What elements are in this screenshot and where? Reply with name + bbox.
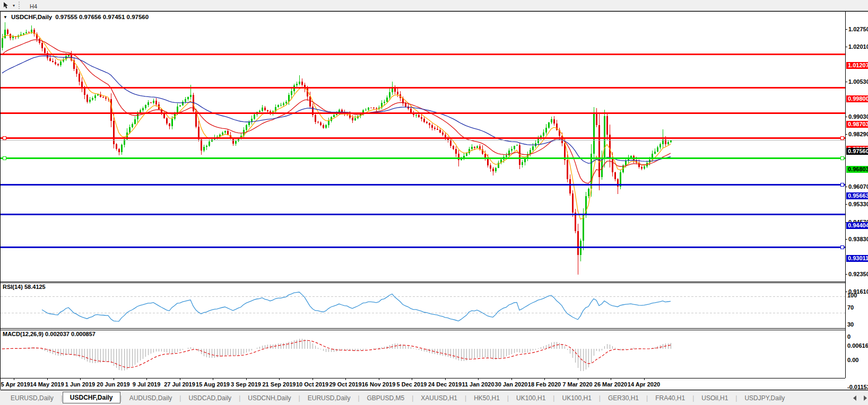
date-tickmark: [511, 378, 512, 380]
panel-divider[interactable]: [1, 283, 845, 283]
macd-axis-label: 0.00: [847, 357, 858, 363]
date-tickmark: [412, 378, 412, 380]
chart-tab-eurusd-daily[interactable]: EURUSD,Daily: [300, 392, 358, 404]
date-tickmark: [146, 378, 147, 380]
price-tick-label: 0.93830: [848, 236, 868, 243]
ma-slow-line: [2, 56, 671, 163]
symbol-label: USDCHF,Daily: [11, 14, 52, 20]
price-tickmark: [845, 82, 847, 82]
main-chart-canvas[interactable]: [1, 12, 845, 281]
date-tickmark: [47, 378, 48, 380]
price-tick-label: 0.99030: [848, 113, 868, 120]
dropdown-caret-icon[interactable]: ▾: [11, 3, 17, 8]
rsi-name: RSI(14): [3, 284, 23, 290]
price-tickmark: [845, 134, 847, 135]
horizontal-level-lines[interactable]: [1, 55, 845, 248]
price-tick-label: 1.02750: [848, 26, 868, 33]
candles: [2, 22, 672, 275]
panel-divider[interactable]: [1, 281, 845, 282]
date-tickmark: [379, 378, 379, 380]
date-tickmark: [14, 378, 14, 380]
date-tickmark: [114, 378, 114, 380]
date-tickmark: [279, 378, 280, 380]
date-tickmark: [345, 378, 346, 380]
chart-tab-xauusd-h1[interactable]: XAUUSD,H1: [413, 392, 465, 404]
cursor-tool-button[interactable]: [1, 1, 11, 10]
price-tick-label: 0.92350: [848, 271, 868, 278]
date-tickmark: [246, 378, 247, 380]
price-tick-label: 1.00530: [848, 78, 868, 85]
macd-axis-label: -0.011533: [847, 384, 868, 390]
chart-tab-usdcad-daily[interactable]: USDCAD,Daily: [181, 392, 239, 404]
mt4-terminal: ▾ M1M5M15M30H1H4D1W1MN ▼ USDCHF,Daily 0.…: [0, 0, 868, 405]
macd-indicator-label: MACD(12,26,9) 0.002037 0.000857: [3, 331, 96, 337]
rsi-axis-label: 0: [847, 333, 850, 340]
price-tickmark: [845, 29, 847, 30]
chart-tab-ger30-h1[interactable]: GER30,H1: [601, 392, 646, 404]
macd-signal-line: [2, 340, 671, 367]
level-price-label[interactable]: 0.96803: [846, 166, 868, 173]
price-tick-label: 0.95330: [848, 201, 868, 208]
level-handles[interactable]: [3, 136, 844, 249]
chart-tab-uk100-h1[interactable]: UK100,H1: [554, 392, 598, 404]
date-tickmark: [578, 378, 578, 380]
chart-tab-usdchf-daily[interactable]: USDCHF,Daily: [63, 392, 120, 403]
price-tick-label: 0.96070: [848, 183, 868, 190]
tab-scroll-left-icon[interactable]: [853, 395, 856, 401]
macd-histogram: [3, 339, 671, 371]
level-price-label[interactable]: 0.93011: [846, 255, 868, 262]
ohlc-values: 0.97555 0.97656 0.97451 0.97560: [55, 14, 149, 20]
toolbar: ▾ M1M5M15M30H1H4D1W1MN: [0, 0, 868, 11]
date-tickmark: [313, 378, 313, 380]
rsi-axis-label: 100: [847, 292, 857, 298]
date-tickmark: [180, 378, 180, 380]
chart-tab-eurusd-daily[interactable]: EURUSD,Daily: [3, 392, 61, 404]
panel-divider[interactable]: [1, 328, 845, 329]
tf-button-h4[interactable]: H4: [25, 2, 46, 11]
rsi-axis-label: 70: [847, 304, 854, 311]
date-tickmark: [478, 378, 479, 380]
macd-name: MACD(12,26,9): [3, 331, 44, 337]
chart-tab-hk50-h1[interactable]: HK50,H1: [466, 392, 507, 404]
price-tickmark: [845, 117, 847, 117]
chart-tab-usdjpy-daily[interactable]: USDJPY,Daily: [737, 392, 792, 404]
panel-divider[interactable]: [1, 330, 845, 330]
price-tickmark: [845, 239, 847, 240]
date-label: 14 Apr 2020: [620, 381, 668, 388]
rsi-indicator-label: RSI(14) 58.4125: [3, 284, 46, 290]
level-price-label[interactable]: 0.94404: [846, 222, 868, 229]
date-tickmark: [213, 378, 213, 380]
level-price-label[interactable]: 1.01207: [846, 62, 868, 69]
rsi-canvas[interactable]: [1, 283, 845, 328]
toolbar-grip: [19, 2, 22, 9]
panel-border: [1, 378, 845, 378]
level-price-label[interactable]: 0.99800: [846, 95, 868, 102]
chart-tab-gbpusd-m5[interactable]: GBPUSD,M5: [360, 392, 412, 404]
macd-values: 0.002037 0.000857: [45, 331, 96, 337]
date-tickmark: [445, 378, 446, 380]
symbol-dropdown-icon[interactable]: ▼: [3, 15, 7, 20]
cursor-icon: [3, 2, 9, 9]
rsi-axis-label: 30: [847, 321, 854, 328]
level-price-label[interactable]: 0.95663: [846, 192, 868, 199]
chart-tab-usoil-h1[interactable]: USOil,H1: [694, 392, 735, 404]
chart-tab-audusd-daily[interactable]: AUDUSD,Daily: [122, 392, 180, 404]
macd-canvas[interactable]: [1, 330, 845, 378]
price-tickmark: [845, 204, 847, 205]
chart-tab-usdcnh-daily[interactable]: USDCNH,Daily: [240, 392, 298, 404]
chart-tab-uk100-h1[interactable]: UK100,H1: [509, 392, 553, 404]
level-price-label[interactable]: 0.98703: [846, 121, 868, 128]
date-tickmark: [80, 378, 81, 380]
price-tick-label: 0.98290: [848, 131, 868, 138]
chart-tab-fra40-h1[interactable]: FRA40,H1: [648, 392, 692, 404]
price-tickmark: [845, 187, 847, 187]
rsi-value: 58.4125: [24, 284, 46, 290]
price-tick-label: 1.02010: [848, 43, 868, 50]
macd-axis-label: 0.006167: [847, 342, 868, 349]
date-tickmark: [644, 378, 645, 380]
date-tickmark: [611, 378, 611, 380]
chart-tab-bar: EURUSD,Daily|USDCHF,Daily|AUDUSD,Daily|U…: [0, 390, 868, 405]
tab-scroll-right-icon[interactable]: [864, 395, 867, 401]
chart-title: ▼ USDCHF,Daily 0.97555 0.97656 0.97451 0…: [3, 14, 149, 20]
date-tickmark: [544, 378, 545, 380]
